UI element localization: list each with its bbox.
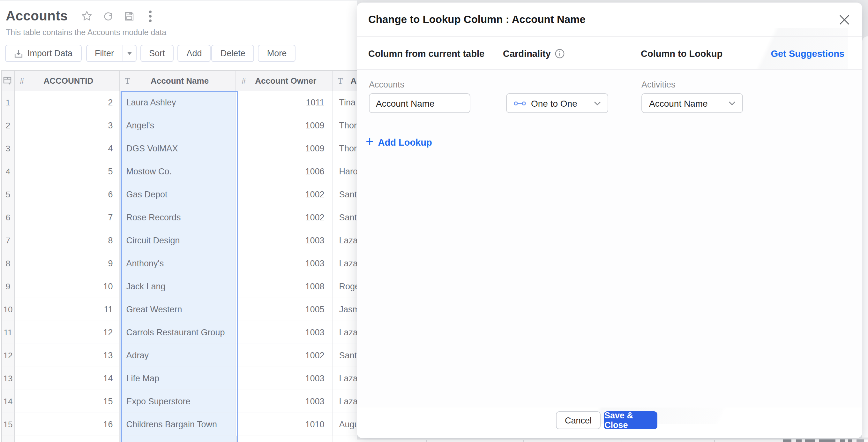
import-icon [14,49,23,58]
column-header-account-name[interactable]: T Account Name [120,71,236,91]
cardinality-value: One to One [531,98,577,108]
filter-dropdown-button[interactable] [122,45,136,62]
cell-accountid[interactable]: 9 [15,252,120,275]
cell-accountid[interactable]: 11 [15,298,120,321]
cell-account-owner[interactable]: 1003 [237,367,333,390]
save-and-close-button[interactable]: Save & Close [604,411,657,429]
cell-account-owner[interactable]: 1002 [237,344,333,366]
cell-account-name[interactable]: Rose Records [120,206,236,229]
cell-account-name[interactable]: Expo Superstore [120,390,236,413]
cell-account-owner[interactable]: 1006 [237,160,333,183]
row-number[interactable]: 4 [2,160,15,183]
source-column-value: Account Name [376,98,435,108]
save-icon[interactable] [123,10,135,22]
cell-account-owner[interactable]: 1009 [237,114,333,137]
delete-button[interactable]: Delete [212,45,254,62]
cell-account-owner[interactable]: 1003 [237,390,333,413]
info-icon[interactable] [555,48,565,58]
row-number[interactable]: 1 [2,91,15,114]
cancel-button[interactable]: Cancel [556,411,600,429]
cell-account-name[interactable]: Laura Ashley [120,91,236,114]
modal-body: Accounts Activities Account Name One to … [357,70,862,408]
select-all-columns-icon [3,76,13,85]
close-icon[interactable] [837,12,852,27]
cell-account-owner[interactable]: 1003 [237,321,333,344]
modal-footer: Cancel Save & Close [357,408,862,438]
add-button[interactable]: Add [178,45,211,62]
refresh-icon[interactable] [102,10,114,22]
cell-accountid[interactable]: 15 [15,390,120,413]
filter-button[interactable]: Filter [86,45,123,62]
cell-account-owner[interactable]: 1010 [237,413,333,436]
table-description: This table contains the Accounts module … [6,28,166,37]
row-number[interactable]: 9 [2,275,15,298]
cell-accountid[interactable]: 6 [15,183,120,206]
add-label: Add [187,49,202,58]
cell-account-name[interactable]: Circuit Design [120,229,236,252]
sort-button[interactable]: Sort [140,45,174,62]
cell-account-name[interactable]: Life Map [120,367,236,390]
cell-account-name[interactable]: Mostow Co. [120,160,236,183]
cell-account-name[interactable]: Jack Lang [120,275,236,298]
cell-accountid[interactable]: 10 [15,275,120,298]
row-number[interactable]: 14 [2,390,15,413]
cell-accountid[interactable]: 13 [15,344,120,366]
column-header-account-owner[interactable]: # Account Owner [237,71,333,91]
more-options-kebab-icon[interactable] [144,10,156,22]
row-number[interactable]: 11 [2,321,15,344]
cell-account-owner[interactable]: 1002 [237,206,333,229]
cell-account-owner[interactable]: 1005 [237,298,333,321]
cell-accountid[interactable]: 8 [15,229,120,252]
cell-accountid[interactable]: 7 [15,206,120,229]
cell-accountid[interactable]: 2 [15,91,120,114]
row-number[interactable]: 3 [2,137,15,160]
add-lookup-link[interactable]: + Add Lookup [366,136,432,148]
row-number[interactable]: 8 [2,252,15,275]
cell-accountid[interactable]: 16 [15,413,120,436]
column-label: Account Name [130,76,236,86]
cell-account-name[interactable]: Adray [120,344,236,366]
import-data-label: Import Data [27,49,72,58]
add-lookup-label: Add Lookup [378,137,432,147]
row-number[interactable]: 12 [2,344,15,366]
cell-account-owner[interactable]: 1002 [237,183,333,206]
row-number[interactable]: 13 [2,367,15,390]
cardinality-select[interactable]: One to One [506,93,608,113]
source-column-input[interactable]: Account Name [369,93,470,113]
cell-account-owner[interactable]: 1008 [237,275,333,298]
cell-accountid[interactable]: 14 [15,367,120,390]
target-column-select[interactable]: Account Name [642,93,743,113]
cell-account-owner[interactable]: 1011 [237,91,333,114]
select-all-header[interactable] [2,71,15,91]
cell-account-name[interactable]: Childrens Bargain Town [120,413,236,436]
cell-accountid[interactable]: 3 [15,114,120,137]
plus-icon: + [366,135,374,148]
cell-account-name[interactable]: Great Western [120,298,236,321]
cell-accountid[interactable]: 4 [15,137,120,160]
row-number[interactable]: 2 [2,114,15,137]
cell-account-name[interactable]: DGS VolMAX [120,137,236,160]
cell-account-owner[interactable]: 1009 [237,137,333,160]
row-number[interactable]: 10 [2,298,15,321]
column-label: ACCOUNTID [24,76,119,86]
cell-accountid[interactable]: 12 [15,321,120,344]
row-number[interactable]: 6 [2,206,15,229]
cell-accountid[interactable]: 5 [15,160,120,183]
cell-account-owner[interactable]: 1003 [237,229,333,252]
row-number[interactable]: 5 [2,183,15,206]
row-number[interactable]: 15 [2,413,15,436]
page-title: Accounts [6,8,68,24]
cell-account-name[interactable]: Carrols Restaurant Group [120,321,236,344]
row-number[interactable]: 7 [2,229,15,252]
cell-account-name[interactable]: Angel's [120,114,236,137]
import-data-button[interactable]: Import Data [5,45,82,62]
cell-account-name[interactable]: Anthony's [120,252,236,275]
chevron-down-icon [594,100,601,106]
cell-account-owner[interactable]: 1003 [237,252,333,275]
column-header-accountid[interactable]: # ACCOUNTID [15,71,120,91]
cell-account-name[interactable]: Gas Depot [120,183,236,206]
favorite-star-icon[interactable] [81,10,93,22]
get-suggestions-link[interactable]: Get Suggestions [771,37,844,70]
source-table-label: Accounts [369,80,404,89]
more-button[interactable]: More [258,45,296,62]
